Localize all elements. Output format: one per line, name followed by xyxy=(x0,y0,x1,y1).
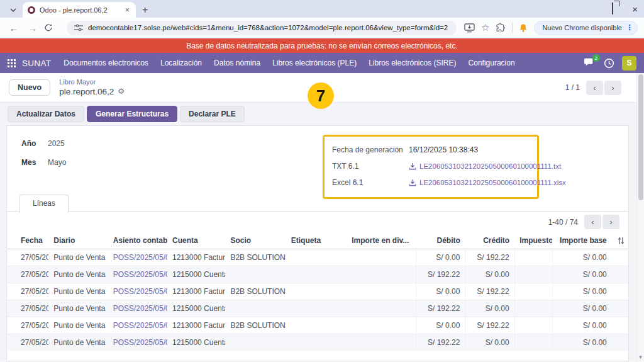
cell-fecha: 27/05/2025 xyxy=(7,283,48,300)
scrollbar[interactable]: ▾ xyxy=(636,73,644,362)
forward-button[interactable]: → xyxy=(25,23,40,33)
menu-libros-sire[interactable]: Libros electrónicos (SIRE) xyxy=(369,59,456,67)
cell-asiento-link[interactable]: POSS/2025/05/0... xyxy=(108,300,167,317)
cell-importe-div xyxy=(347,317,416,334)
excel-file-label: Excel 6.1 xyxy=(332,178,409,187)
cell-diario: Punto de Venta xyxy=(48,317,108,334)
cell-credito: S/ 192.22 xyxy=(465,283,514,300)
cell-credito: S/ 0.00 xyxy=(465,266,514,283)
extensions-puzzle-icon[interactable] xyxy=(496,23,506,33)
cell-credito: S/ 0.00 xyxy=(465,300,514,317)
col-header-importe-base[interactable]: Importe base xyxy=(552,232,611,249)
cell-importe-base: S/ 0.00 xyxy=(552,249,611,266)
cell-cuenta: 1215000 Cuentas... xyxy=(167,266,225,283)
bookmark-star-icon[interactable]: ☆ xyxy=(481,22,489,33)
record-pager-next-button[interactable]: › xyxy=(604,81,621,95)
address-bar[interactable]: democontable17.solse.pe/web#cids=1&menu_… xyxy=(67,21,457,35)
col-header-socio[interactable]: Socio xyxy=(225,232,286,249)
table-row[interactable]: 27/05/2025 Punto de Venta POSS/2025/05/0… xyxy=(7,266,628,283)
col-header-credito[interactable]: Crédito xyxy=(465,232,514,249)
tab-lineas[interactable]: Líneas xyxy=(19,195,69,213)
app-brand[interactable]: SUNAT xyxy=(22,59,51,68)
gear-icon[interactable]: ⚙ xyxy=(118,87,125,96)
cell-debito: S/ 192.22 xyxy=(416,334,465,351)
list-pager-next-button[interactable]: › xyxy=(602,215,619,229)
record-pager-prev-button[interactable]: ‹ xyxy=(586,81,603,95)
month-field-value[interactable]: Mayo xyxy=(48,158,66,167)
txt-download-link[interactable]: LE2060531032120250500060100001111.txt xyxy=(409,162,561,171)
window-close-button[interactable]: × xyxy=(632,4,638,14)
column-toggle-button[interactable] xyxy=(612,232,628,249)
scrollbar-thumb[interactable] xyxy=(638,74,643,200)
cell-importe-base: S/ 0.00 xyxy=(552,317,611,334)
month-field-label: Mes xyxy=(21,158,48,167)
browser-tab[interactable]: Odoo - ple.report.06,2 × xyxy=(23,2,136,18)
table-row[interactable]: 27/05/2025 Punto de Venta POSS/2025/05/0… xyxy=(7,300,628,317)
menu-documentos-electronicos[interactable]: Documentos electronicos xyxy=(64,59,148,67)
declarar-ple-button[interactable]: Declarar PLE xyxy=(180,106,245,122)
cell-spacer xyxy=(612,249,628,266)
cell-debito: S/ 0.00 xyxy=(416,283,465,300)
col-header-debito[interactable]: Débito xyxy=(416,232,465,249)
scrollbar-down-arrow[interactable]: ▾ xyxy=(637,354,644,360)
cell-asiento-link[interactable]: POSS/2025/05/0... xyxy=(108,266,167,283)
cell-fecha: 27/05/2025 xyxy=(7,300,48,317)
activities-clock-icon[interactable] xyxy=(604,58,614,69)
install-icon[interactable] xyxy=(464,23,475,33)
cell-importe-div xyxy=(347,300,416,317)
tab-search-button[interactable] xyxy=(5,4,21,16)
cell-asiento-link[interactable]: POSS/2025/05/0... xyxy=(108,283,167,300)
new-record-button[interactable]: Nuevo xyxy=(9,79,50,96)
cell-impuesto xyxy=(514,283,552,300)
breadcrumb: Libro Mayor ple.report.06,2 ⚙ xyxy=(59,78,125,96)
chrome-update-button[interactable]: Nuevo Chrome disponible ⋮ xyxy=(534,21,638,35)
user-avatar[interactable]: S xyxy=(622,56,636,71)
cell-importe-div xyxy=(347,334,416,351)
cell-asiento-link[interactable]: POSS/2025/05/0... xyxy=(108,249,167,266)
cell-asiento-link[interactable]: POSS/2025/05/0... xyxy=(108,334,167,351)
reload-icon xyxy=(44,23,53,32)
col-header-importe-div[interactable]: Importe en div... xyxy=(347,232,416,249)
breadcrumb-current: ple.report.06,2 xyxy=(59,87,114,97)
cell-asiento-link[interactable]: POSS/2025/05/0... xyxy=(108,317,167,334)
cell-fecha: 27/05/2025 xyxy=(7,334,48,351)
table-row[interactable]: 27/05/2025 Punto de Venta POSS/2025/05/0… xyxy=(7,249,628,266)
kebab-menu-icon[interactable]: ⋮ xyxy=(626,23,633,32)
col-header-impuesto[interactable]: Impuesto xyxy=(514,232,552,249)
col-header-asiento[interactable]: Asiento contable xyxy=(108,232,167,249)
new-tab-button[interactable]: + xyxy=(142,5,148,15)
table-row[interactable]: 27/05/2025 Punto de Venta POSS/2025/05/0… xyxy=(7,317,628,334)
list-pager-prev-button[interactable]: ‹ xyxy=(584,215,601,229)
cell-etiqueta xyxy=(286,249,347,266)
menu-datos-nomina[interactable]: Datos nómina xyxy=(214,59,260,67)
column-toggle-icon xyxy=(617,237,625,245)
breadcrumb-parent[interactable]: Libro Mayor xyxy=(59,78,125,86)
site-settings-tune-icon[interactable] xyxy=(74,24,83,31)
notification-bell-icon[interactable] xyxy=(519,23,528,33)
apps-grid-icon[interactable] xyxy=(8,59,16,67)
window-restore-button[interactable] xyxy=(612,3,613,14)
cell-debito: S/ 192.22 xyxy=(416,266,465,283)
menu-libros-ple[interactable]: Libros electrónicos (PLE) xyxy=(272,59,357,67)
actualizar-datos-button[interactable]: Actualizar Datos xyxy=(8,106,84,122)
year-field-value[interactable]: 2025 xyxy=(48,139,65,148)
reload-button[interactable] xyxy=(44,23,59,32)
tab-close-icon[interactable]: × xyxy=(123,5,131,14)
cell-socio: B2B SOLUTIONS ... xyxy=(225,317,286,334)
cell-credito: S/ 0.00 xyxy=(465,334,514,351)
col-header-etiqueta[interactable]: Etiqueta xyxy=(286,232,347,249)
back-button[interactable]: ← xyxy=(6,23,21,33)
col-header-fecha[interactable]: Fecha xyxy=(7,232,48,249)
generar-estructuras-button[interactable]: Generar Estructuras xyxy=(87,106,177,122)
cell-socio xyxy=(225,300,286,317)
cell-diario: Punto de Venta xyxy=(48,334,108,351)
messages-button[interactable]: 2 xyxy=(584,57,596,69)
browser-titlebar: Odoo - ple.report.06,2 × + × xyxy=(0,0,644,18)
table-row[interactable]: 27/05/2025 Punto de Venta POSS/2025/05/0… xyxy=(7,334,628,351)
menu-localizacion[interactable]: Localización xyxy=(160,59,202,67)
table-row[interactable]: 27/05/2025 Punto de Venta POSS/2025/05/0… xyxy=(7,283,628,300)
col-header-cuenta[interactable]: Cuenta xyxy=(167,232,225,249)
excel-download-link[interactable]: LE2060531032120250500060100001111.xlsx xyxy=(409,179,566,187)
menu-configuracion[interactable]: Configuracion xyxy=(469,59,515,67)
col-header-diario[interactable]: Diario xyxy=(48,232,108,249)
